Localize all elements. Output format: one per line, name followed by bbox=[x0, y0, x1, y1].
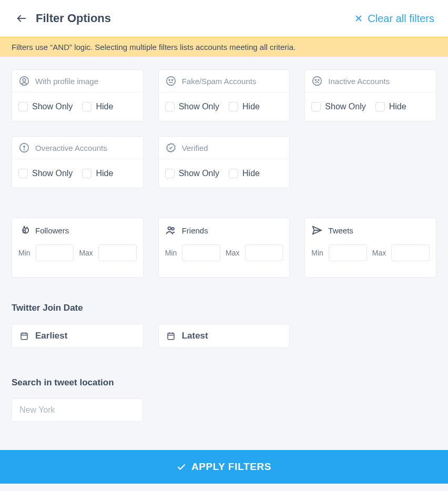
card-label: Followers bbox=[35, 226, 69, 235]
max-label: Max bbox=[79, 249, 93, 257]
card-header: Tweets bbox=[305, 218, 436, 244]
face-sad-icon bbox=[311, 75, 323, 87]
svg-point-6 bbox=[169, 79, 170, 80]
svg-point-14 bbox=[23, 230, 26, 233]
tweets-max-input[interactable] bbox=[391, 244, 430, 261]
flame-icon bbox=[18, 224, 30, 236]
card-label: With profile image bbox=[35, 77, 98, 86]
footer: APPLY FILTERS bbox=[0, 450, 448, 484]
friends-max-input[interactable] bbox=[245, 244, 283, 261]
svg-rect-23 bbox=[168, 333, 174, 340]
overactive-hide[interactable]: Hide bbox=[82, 169, 113, 178]
card-header: Followers bbox=[12, 218, 143, 244]
friends-min-input[interactable] bbox=[182, 244, 220, 261]
date-grid: Earliest Latest bbox=[12, 324, 436, 348]
filters-grid: With profile image Show Only Hide Fake/S… bbox=[12, 69, 436, 188]
followers-max-input[interactable] bbox=[98, 244, 137, 261]
check-label: Hide bbox=[242, 102, 260, 111]
apply-filters-label: APPLY FILTERS bbox=[191, 461, 271, 473]
apply-filters-button[interactable]: APPLY FILTERS bbox=[0, 450, 448, 484]
checkbox bbox=[375, 102, 385, 111]
date-label: Earliest bbox=[35, 331, 67, 341]
range-card-followers: Followers Min Max bbox=[12, 218, 144, 278]
min-label: Min bbox=[165, 249, 177, 257]
verified-show-only[interactable]: Show Only bbox=[165, 169, 219, 178]
fake-spam-show-only[interactable]: Show Only bbox=[165, 102, 219, 111]
followers-min-input[interactable] bbox=[36, 244, 74, 261]
check-label: Show Only bbox=[325, 102, 365, 111]
profile-image-show-only[interactable]: Show Only bbox=[18, 102, 73, 111]
friends-icon bbox=[165, 224, 177, 236]
clear-all-filters-link[interactable]: Clear all filters bbox=[354, 13, 434, 25]
send-icon bbox=[311, 224, 323, 236]
join-date-latest-picker[interactable]: Latest bbox=[158, 324, 290, 348]
svg-point-5 bbox=[166, 77, 175, 86]
ranges-grid: Followers Min Max Friends Min Max bbox=[12, 218, 436, 278]
tweets-min-input[interactable] bbox=[329, 244, 367, 261]
clear-all-label: Clear all filters bbox=[368, 13, 434, 25]
max-label: Max bbox=[226, 249, 239, 257]
info-banner: Filters use “AND” logic. Selecting multi… bbox=[0, 37, 448, 57]
card-label: Overactive Accounts bbox=[35, 144, 107, 152]
card-header: Friends bbox=[159, 218, 290, 244]
calendar-icon bbox=[19, 331, 29, 341]
join-date-earliest-picker[interactable]: Earliest bbox=[12, 324, 144, 348]
range-card-tweets: Tweets Min Max bbox=[304, 218, 436, 278]
svg-point-4 bbox=[23, 78, 26, 81]
check-label: Show Only bbox=[179, 169, 219, 178]
header: Filter Options Clear all filters bbox=[0, 0, 448, 37]
max-label: Max bbox=[372, 249, 386, 257]
user-circle-icon bbox=[18, 75, 30, 87]
card-header: Fake/Spam Accounts bbox=[159, 70, 290, 93]
min-label: Min bbox=[18, 249, 30, 257]
checkbox bbox=[229, 169, 238, 178]
toggle-filters-section: With profile image Show Only Hide Fake/S… bbox=[0, 57, 448, 422]
filter-card-profile-image: With profile image Show Only Hide bbox=[12, 69, 144, 121]
join-date-section-title: Twitter Join Date bbox=[12, 303, 436, 313]
inactive-show-only[interactable]: Show Only bbox=[311, 102, 365, 111]
card-label: Verified bbox=[182, 144, 208, 152]
filter-card-fake-spam: Fake/Spam Accounts Show Only Hide bbox=[158, 69, 290, 121]
face-neutral-icon bbox=[165, 75, 177, 87]
page-title: Filter Options bbox=[36, 12, 111, 25]
checkbox bbox=[165, 102, 175, 111]
checkbox bbox=[229, 102, 238, 111]
card-header: Inactive Accounts bbox=[305, 70, 436, 93]
header-left: Filter Options bbox=[16, 12, 111, 25]
check-label: Show Only bbox=[32, 102, 73, 111]
checkbox bbox=[311, 102, 321, 111]
card-label: Fake/Spam Accounts bbox=[182, 77, 257, 86]
calendar-icon bbox=[166, 331, 176, 341]
inactive-hide[interactable]: Hide bbox=[375, 102, 406, 111]
svg-point-9 bbox=[313, 77, 322, 86]
filter-card-overactive: Overactive Accounts Show Only Hide bbox=[12, 136, 144, 188]
checkbox bbox=[165, 169, 175, 178]
min-label: Min bbox=[311, 249, 323, 257]
check-label: Hide bbox=[96, 169, 113, 178]
verified-hide[interactable]: Hide bbox=[229, 169, 260, 178]
check-label: Hide bbox=[96, 102, 113, 111]
tweet-location-input[interactable] bbox=[12, 398, 143, 422]
svg-point-16 bbox=[171, 228, 174, 230]
verified-badge-icon bbox=[165, 142, 177, 154]
close-icon bbox=[354, 14, 363, 23]
svg-rect-19 bbox=[21, 333, 27, 340]
filter-card-inactive: Inactive Accounts Show Only Hide bbox=[304, 69, 436, 121]
checkbox bbox=[82, 169, 91, 178]
fake-spam-hide[interactable]: Hide bbox=[229, 102, 260, 111]
back-arrow-icon[interactable] bbox=[16, 13, 27, 24]
svg-point-13 bbox=[24, 149, 25, 150]
card-label: Friends bbox=[182, 226, 208, 235]
checkbox bbox=[82, 102, 91, 111]
svg-point-7 bbox=[171, 79, 172, 80]
checkbox bbox=[18, 169, 28, 178]
range-card-friends: Friends Min Max bbox=[158, 218, 290, 278]
card-header: Overactive Accounts bbox=[12, 137, 143, 159]
overactive-icon bbox=[18, 142, 30, 154]
overactive-show-only[interactable]: Show Only bbox=[18, 169, 73, 178]
check-label: Hide bbox=[389, 102, 406, 111]
profile-image-hide[interactable]: Hide bbox=[82, 102, 113, 111]
checkbox bbox=[18, 102, 28, 111]
svg-point-15 bbox=[168, 227, 171, 230]
location-section-title: Search in tweet location bbox=[12, 377, 436, 388]
